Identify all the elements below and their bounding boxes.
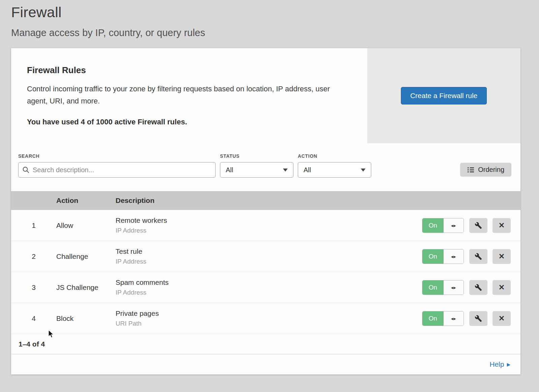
rule-priority: 2: [11, 252, 56, 261]
rule-description-cell: Remote workers IP Address: [116, 216, 422, 234]
toggle-knob-icon[interactable]: ◂▸: [443, 218, 464, 233]
rule-description: Remote workers: [116, 216, 422, 224]
status-select[interactable]: All: [220, 162, 293, 178]
toggle-on-label: On: [422, 249, 443, 264]
search-field-wrap: [18, 162, 216, 178]
help-link[interactable]: Help ▸: [489, 360, 510, 368]
ordering-button-label: Ordering: [478, 166, 504, 174]
rule-description-cell: Private pages URI Path: [116, 309, 422, 327]
rule-description-cell: Spam comments IP Address: [116, 278, 422, 296]
pagination-summary: 1–4 of 4: [19, 340, 45, 348]
rule-action: Allow: [56, 221, 116, 230]
rule-priority: 1: [11, 221, 56, 230]
rule-match-type: IP Address: [116, 227, 422, 234]
rule-controls: On ◂▸ ✕: [422, 249, 511, 264]
rule-match-type: IP Address: [116, 258, 422, 265]
edit-rule-button[interactable]: [469, 218, 487, 233]
table-row: 2 Challenge Test rule IP Address On ◂▸ ✕: [11, 241, 520, 272]
page-subtitle: Manage access by IP, country, or query r…: [11, 27, 539, 38]
page-header: Firewall Manage access by IP, country, o…: [0, 0, 539, 38]
rule-controls: On ◂▸ ✕: [422, 311, 511, 326]
close-icon: ✕: [499, 252, 505, 261]
delete-rule-button[interactable]: ✕: [493, 249, 511, 264]
pagination-footer: 1–4 of 4: [11, 334, 520, 354]
page-title: Firewall: [11, 4, 539, 21]
rule-action: Challenge: [56, 252, 116, 261]
rule-description-cell: Test rule IP Address: [116, 247, 422, 265]
rule-action: JS Challenge: [56, 283, 116, 292]
chevron-down-icon: [361, 169, 366, 172]
action-column-header: Action: [56, 197, 116, 205]
edit-rule-button[interactable]: [469, 280, 487, 295]
edit-rule-button[interactable]: [469, 249, 487, 264]
wrench-icon: [475, 315, 482, 322]
ordering-list-icon: [467, 167, 474, 173]
rule-controls: On ◂▸ ✕: [422, 280, 511, 295]
filter-bar: SEARCH STATUS All ACTION All Or: [11, 143, 520, 191]
wrench-icon: [475, 222, 482, 229]
toggle-knob-icon[interactable]: ◂▸: [443, 311, 464, 326]
toggle-on-label: On: [422, 280, 443, 295]
rules-usage-note: You have used 4 of 1000 active Firewall …: [27, 118, 347, 126]
help-row: Help ▸: [11, 354, 520, 374]
search-filter-group: SEARCH: [18, 153, 216, 178]
wrench-icon: [475, 284, 482, 291]
rules-info: Firewall Rules Control incoming traffic …: [11, 48, 367, 143]
action-filter-group: ACTION All: [298, 153, 371, 178]
action-label: ACTION: [298, 153, 371, 159]
delete-rule-button[interactable]: ✕: [493, 280, 511, 295]
toggle-knob-icon[interactable]: ◂▸: [443, 280, 464, 295]
rule-description: Test rule: [116, 247, 422, 255]
table-row: 3 JS Challenge Spam comments IP Address …: [11, 272, 520, 303]
create-rule-panel: Create a Firewall rule: [367, 48, 520, 143]
status-filter-group: STATUS All: [220, 153, 293, 178]
close-icon: ✕: [499, 221, 505, 230]
rules-description: Control incoming traffic to your zone by…: [27, 83, 345, 107]
rule-enabled-toggle[interactable]: On ◂▸: [422, 249, 464, 264]
search-label: SEARCH: [18, 153, 216, 159]
delete-rule-button[interactable]: ✕: [493, 311, 511, 326]
rule-enabled-toggle[interactable]: On ◂▸: [422, 311, 464, 326]
chevron-down-icon: [283, 169, 288, 172]
rule-action: Block: [56, 314, 116, 323]
action-selected-value: All: [304, 166, 311, 174]
card-top-section: Firewall Rules Control incoming traffic …: [11, 48, 520, 143]
rule-description: Spam comments: [116, 278, 422, 287]
description-column-header: Description: [116, 197, 422, 205]
toggle-on-label: On: [422, 218, 443, 233]
close-icon: ✕: [499, 283, 505, 292]
rule-priority: 4: [11, 314, 56, 323]
rule-match-type: IP Address: [116, 289, 422, 296]
create-firewall-rule-button[interactable]: Create a Firewall rule: [401, 87, 487, 104]
rule-enabled-toggle[interactable]: On ◂▸: [422, 218, 464, 233]
arrow-right-icon: ▸: [507, 360, 510, 368]
status-selected-value: All: [226, 166, 233, 174]
table-row: 4 Block Private pages URI Path On ◂▸ ✕: [11, 303, 520, 334]
table-row: 1 Allow Remote workers IP Address On ◂▸ …: [11, 210, 520, 241]
action-select[interactable]: All: [298, 162, 371, 178]
search-input[interactable]: [18, 162, 216, 178]
rule-enabled-toggle[interactable]: On ◂▸: [422, 280, 464, 295]
table-header: Action Description: [11, 191, 520, 210]
rule-match-type: URI Path: [116, 320, 422, 327]
firewall-rules-card: Firewall Rules Control incoming traffic …: [11, 48, 520, 374]
close-icon: ✕: [499, 314, 505, 323]
toggle-knob-icon[interactable]: ◂▸: [443, 249, 464, 264]
rule-controls: On ◂▸ ✕: [422, 218, 511, 233]
search-icon: [22, 166, 29, 175]
toggle-on-label: On: [422, 311, 443, 326]
delete-rule-button[interactable]: ✕: [493, 218, 511, 233]
rule-description: Private pages: [116, 309, 422, 318]
edit-rule-button[interactable]: [469, 311, 487, 326]
status-label: STATUS: [220, 153, 293, 159]
rule-priority: 3: [11, 283, 56, 292]
wrench-icon: [475, 253, 482, 260]
rules-heading: Firewall Rules: [27, 65, 347, 76]
ordering-button[interactable]: Ordering: [460, 163, 511, 177]
help-link-label: Help: [489, 360, 504, 368]
